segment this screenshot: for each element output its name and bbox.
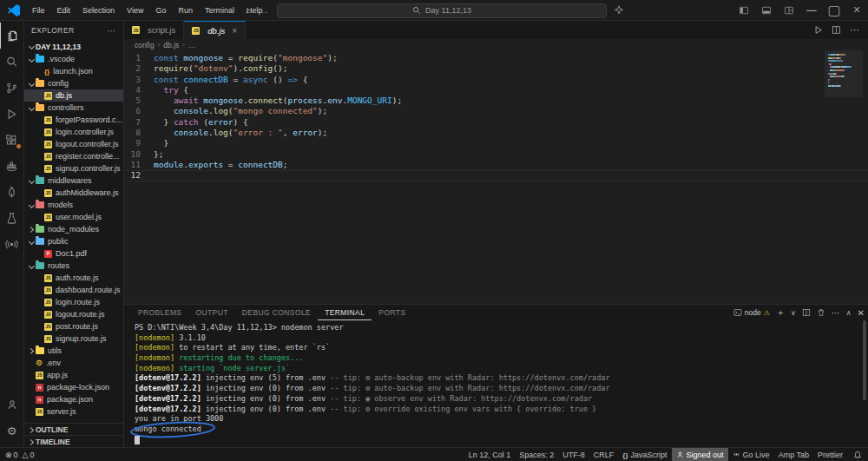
editor-more-actions-icon[interactable]: ⋯ bbox=[850, 24, 859, 36]
code-line-2[interactable]: 2require("dotenv").config(); bbox=[124, 63, 868, 74]
close-panel-icon[interactable]: ✕ bbox=[858, 308, 865, 318]
tree-item-node_modules[interactable]: node_modules bbox=[24, 223, 123, 235]
status-eol[interactable]: CRLF bbox=[589, 448, 619, 461]
notifications-bell-icon[interactable] bbox=[847, 448, 868, 461]
settings-gear-icon[interactable]: ⚙ bbox=[0, 418, 24, 444]
command-center-search[interactable]: Day 11,12,13 bbox=[277, 3, 607, 18]
terminal-output[interactable]: PS D:\NTI\Week 3,4\Day 11,12,13> nodemon… bbox=[124, 320, 868, 447]
tree-item-launch.json[interactable]: {}launch.json bbox=[24, 65, 123, 77]
terminal-dropdown-icon[interactable]: ∨ bbox=[791, 309, 796, 317]
split-editor-icon[interactable] bbox=[832, 25, 841, 35]
timeline-section[interactable]: TIMELINE bbox=[24, 435, 123, 447]
tab-script.js[interactable]: JSscript.js bbox=[124, 21, 184, 39]
tree-item-register.controlle...[interactable]: JSregister.controlle... bbox=[24, 150, 123, 162]
panel-tab-problems[interactable]: PROBLEMS bbox=[131, 305, 188, 320]
toggle-sidebar-icon[interactable] bbox=[733, 0, 755, 20]
tab-db.js[interactable]: JSdb.js× bbox=[184, 21, 246, 39]
run-file-icon[interactable] bbox=[813, 25, 823, 35]
panel-tab-terminal[interactable]: TERMINAL bbox=[318, 305, 372, 320]
workspace-root[interactable]: DAY 11,12,13 bbox=[24, 40, 123, 53]
status-language-mode[interactable]: {}JavaScript bbox=[618, 448, 671, 461]
tree-item-dashboard.route.js[interactable]: JSdashboard.route.js bbox=[24, 284, 123, 296]
tree-item-.env[interactable]: ⚙.env bbox=[24, 357, 123, 369]
tree-item-app.js[interactable]: JSapp.js bbox=[24, 369, 123, 381]
breadcrumb-file[interactable]: db.js bbox=[163, 41, 179, 49]
menu-file[interactable]: File bbox=[26, 0, 51, 20]
tree-item-.vscode[interactable]: .vscode bbox=[24, 53, 123, 65]
tree-item-middlewares[interactable]: middlewares bbox=[24, 175, 123, 187]
tree-item-post.route.js[interactable]: JSpost.route.js bbox=[24, 320, 123, 333]
toggle-panel-icon[interactable] bbox=[755, 0, 778, 20]
code-line-1[interactable]: 1const mongoose = require("mongoose"); bbox=[124, 53, 868, 63]
code-line-8[interactable]: 8 console.log("error : ", error); bbox=[124, 128, 868, 138]
new-terminal-icon[interactable]: ＋ bbox=[776, 306, 785, 319]
testing-icon[interactable] bbox=[0, 205, 24, 231]
source-control-icon[interactable] bbox=[0, 75, 24, 101]
panel-tab-output[interactable]: OUTPUT bbox=[188, 305, 234, 320]
maximize-icon[interactable]: ▢ bbox=[823, 0, 845, 20]
tree-item-forgetPassword.c...[interactable]: JSforgetPassword.c... bbox=[24, 114, 123, 126]
menu-run[interactable]: Run bbox=[172, 0, 199, 20]
tree-item-server.js[interactable]: JSserver.js bbox=[24, 405, 123, 418]
mongodb-icon[interactable] bbox=[0, 179, 24, 205]
status-amp-tab[interactable]: Amp Tab bbox=[774, 448, 813, 461]
window-close-icon[interactable]: ✕ bbox=[845, 0, 868, 20]
tree-item-auth.route.js[interactable]: JSauth.route.js bbox=[24, 272, 123, 284]
customize-layout-icon[interactable] bbox=[778, 0, 800, 20]
tree-item-user.model.js[interactable]: JSuser.model.js bbox=[24, 211, 123, 223]
tree-item-login.route.js[interactable]: JSlogin.route.js bbox=[24, 296, 123, 308]
minimap[interactable] bbox=[828, 54, 856, 91]
copilot-icon[interactable] bbox=[614, 5, 624, 16]
close-tab-icon[interactable]: × bbox=[232, 26, 237, 36]
extensions-icon[interactable] bbox=[0, 127, 24, 153]
split-terminal-icon[interactable] bbox=[802, 308, 811, 317]
code-line-11[interactable]: 11module.exports = connectDB; bbox=[124, 160, 868, 170]
tree-item-package.json[interactable]: npackage.json bbox=[24, 393, 123, 405]
code-line-4[interactable]: 4 try { bbox=[124, 85, 868, 95]
tree-item-login.controller.js[interactable]: JSlogin.controller.js bbox=[24, 126, 123, 138]
tree-item-db.js[interactable]: JSdb.js bbox=[24, 89, 123, 102]
problems-summary[interactable]: ⊗ 0 △ 0 bbox=[0, 448, 40, 461]
code-line-7[interactable]: 7 } catch (error) { bbox=[124, 117, 868, 128]
kill-terminal-icon[interactable] bbox=[817, 308, 825, 317]
terminal-scrollbar[interactable] bbox=[863, 320, 866, 400]
terminal-prompt-line[interactable] bbox=[135, 435, 868, 445]
status-signed-out[interactable]: Signed out bbox=[672, 448, 728, 461]
menu-view[interactable]: View bbox=[121, 0, 149, 20]
outline-section[interactable]: OUTLINE bbox=[24, 423, 123, 435]
breadcrumb-symbol[interactable]: … bbox=[188, 41, 196, 49]
tree-item-logout.controller.js[interactable]: JSlogout.controller.js bbox=[24, 138, 123, 150]
status-indentation[interactable]: Spaces: 2 bbox=[515, 448, 558, 461]
menu-go[interactable]: Go bbox=[149, 0, 172, 20]
tree-item-controllers[interactable]: controllers bbox=[24, 102, 123, 114]
tree-item-logout.route.js[interactable]: JSlogout.route.js bbox=[24, 308, 123, 320]
maximize-panel-icon[interactable]: ∧ bbox=[846, 309, 852, 317]
tree-item-public[interactable]: public bbox=[24, 235, 123, 247]
back-icon[interactable]: ← bbox=[244, 5, 253, 16]
code-line-12[interactable]: 12 bbox=[124, 170, 868, 181]
panel-tab-ports[interactable]: PORTS bbox=[372, 305, 412, 320]
tree-item-signup.controller.js[interactable]: JSsignup.controller.js bbox=[24, 162, 123, 175]
code-line-6[interactable]: 6 console.log("mongo connected"); bbox=[124, 106, 868, 116]
live-share-icon[interactable] bbox=[0, 231, 24, 257]
explorer-icon[interactable] bbox=[0, 23, 24, 49]
status-prettier[interactable]: Prettier bbox=[813, 448, 847, 461]
menu-terminal[interactable]: Terminal bbox=[199, 0, 240, 20]
accounts-icon[interactable] bbox=[0, 392, 24, 418]
search-view-icon[interactable] bbox=[0, 49, 24, 75]
tree-item-routes[interactable]: routes bbox=[24, 260, 123, 272]
tree-item-package-lock.json[interactable]: npackage-lock.json bbox=[24, 381, 123, 393]
code-line-5[interactable]: 5 await mongoose.connect(process.env.MON… bbox=[124, 95, 868, 106]
status-cursor-position[interactable]: Ln 12, Col 1 bbox=[464, 448, 516, 461]
code-line-9[interactable]: 9 } bbox=[124, 138, 868, 148]
breadcrumb-config[interactable]: config bbox=[135, 41, 155, 49]
forward-icon[interactable]: → bbox=[260, 5, 270, 16]
panel-more-actions-icon[interactable]: ⋯ bbox=[832, 308, 840, 318]
explorer-more-actions-icon[interactable]: ⋯ bbox=[108, 26, 116, 36]
panel-tab-debug-console[interactable]: DEBUG CONSOLE bbox=[235, 305, 318, 320]
minimize-icon[interactable]: ─ bbox=[800, 0, 823, 20]
terminal-profile[interactable]: node ⚠ bbox=[733, 308, 770, 317]
menu-edit[interactable]: Edit bbox=[51, 0, 77, 20]
menu-selection[interactable]: Selection bbox=[76, 0, 121, 20]
status-go-live[interactable]: Go Live bbox=[728, 448, 774, 461]
